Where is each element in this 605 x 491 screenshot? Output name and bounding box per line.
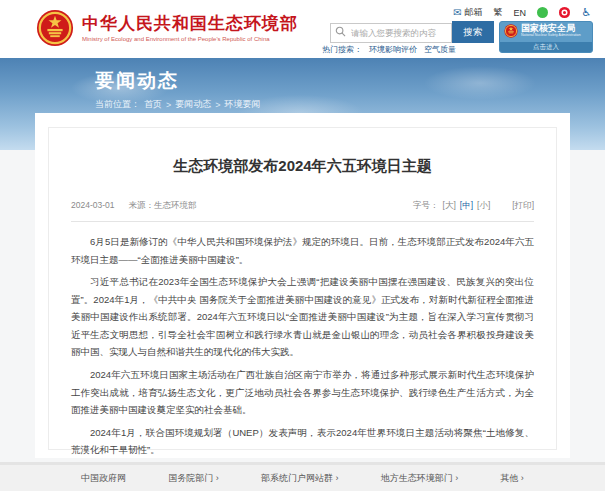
nnsa-emblem-icon (504, 24, 518, 38)
article-inner-box: 生态环境部发布2024年六五环境日主题 2024-03-01 来源：生态环境部 … (48, 127, 557, 450)
ministry-logo[interactable]: 中华人民共和国生态环境部 Ministry of Ecology and Env… (36, 9, 298, 47)
article-body: 6月5日是新修订的《中华人民共和国环境保护法》规定的环境日。日前，生态环境部正式… (71, 233, 534, 459)
nnsa-badge[interactable]: 国家核安全局 National Nuclear Safety Administr… (499, 21, 593, 53)
article-paragraph: 2024年六五环境日国家主场活动在广西壮族自治区南宁市举办，将通过多种形式展示新… (71, 366, 534, 419)
fontsize-label: 字号： (413, 200, 439, 212)
article-card: 生态环境部发布2024年六五环境日主题 2024-03-01 来源：生态环境部 … (35, 113, 570, 458)
article-source: 来源：生态环境部 (128, 200, 196, 212)
article-meta-left: 2024-03-01 来源：生态环境部 (71, 200, 196, 212)
breadcrumb-news[interactable]: 要闻动态 (175, 98, 211, 111)
national-emblem-icon (36, 9, 74, 47)
search-icon (335, 26, 346, 37)
search-row: 搜索 (330, 21, 494, 43)
utility-bar: ✉ 邮箱 繁 EN ♿ (453, 6, 591, 19)
page-title: 要闻动态 (95, 68, 179, 94)
article-title: 生态环境部发布2024年六五环境日主题 (49, 157, 556, 176)
breadcrumb-current[interactable]: 环境要闻 (225, 98, 261, 111)
hot-search-row: 热门搜索： 环境影响评价 空气质量 (322, 44, 456, 55)
fontsize-small-button[interactable]: [小] (477, 200, 490, 212)
breadcrumb-label: 当前位置： (95, 98, 140, 111)
fontsize-medium-button[interactable]: [中] (460, 200, 473, 212)
ministry-name: 中华人民共和国生态环境部 (82, 14, 298, 34)
article-meta-right: 字号： [大] [中] [小] [打印] (413, 200, 534, 212)
nnsa-top: 国家核安全局 National Nuclear Safety Administr… (500, 22, 592, 38)
search-input[interactable] (330, 23, 452, 43)
mail-label: 邮箱 (465, 6, 483, 19)
site-footer: 中国政府网 国务院部门 › 部系统门户网站群 › 地方生态环境部门 › 其他 › (0, 462, 605, 491)
article-paragraph: 2024年1月，联合国环境规划署（UNEP）发表声明，表示2024年世界环境日主… (71, 424, 534, 459)
footer-link-local-departments[interactable]: 地方生态环境部门 › (381, 472, 459, 485)
footer-link-state-council[interactable]: 国务院部门 › (168, 472, 219, 485)
fontsize-large-button[interactable]: [大] (443, 200, 456, 212)
nnsa-enter-link[interactable]: 点击进入 (500, 42, 592, 52)
lang-traditional[interactable]: 繁 (494, 6, 503, 19)
mail-icon: ✉ (453, 7, 461, 18)
mail-link[interactable]: ✉ 邮箱 (453, 6, 482, 19)
breadcrumb: 当前位置： 首页 > 要闻动态 > 环境要闻 (95, 98, 261, 111)
footer-link-others[interactable]: 其他 › (500, 472, 524, 485)
article-meta-row: 2024-03-01 来源：生态环境部 字号： [大] [中] [小] [打印] (71, 200, 534, 222)
nnsa-titles: 国家核安全局 National Nuclear Safety Administr… (521, 24, 581, 38)
ministry-name-en: Ministry of Ecology and Environment of t… (82, 36, 298, 42)
breadcrumb-home[interactable]: 首页 (144, 98, 162, 111)
hot-search-link-eia[interactable]: 环境影响评价 (369, 44, 417, 55)
footer-link-portal-sites[interactable]: 部系统门户网站群 › (261, 472, 339, 485)
article-paragraph: 习近平总书记在2023年全国生态环境保护大会上强调“把建设美丽中国摆在强国建设、… (71, 273, 534, 361)
logo-text: 中华人民共和国生态环境部 Ministry of Ecology and Env… (82, 14, 298, 42)
footer-link-govcn[interactable]: 中国政府网 (81, 472, 126, 485)
nnsa-subtitle: National Nuclear Safety Administration (521, 34, 581, 38)
article-date: 2024-03-01 (71, 200, 114, 212)
site-header: 中华人民共和国生态环境部 Ministry of Ecology and Env… (0, 0, 605, 58)
accessibility-icon[interactable]: ♿ (581, 7, 591, 18)
print-button[interactable]: [打印] (512, 200, 534, 212)
lang-english[interactable]: EN (514, 8, 527, 18)
breadcrumb-separator: > (166, 100, 171, 110)
wechat-icon[interactable] (537, 7, 548, 18)
breadcrumb-separator: > (215, 100, 220, 110)
hot-search-label: 热门搜索： (322, 44, 362, 55)
search-box (330, 22, 452, 43)
nnsa-title: 国家核安全局 (521, 24, 581, 33)
article-paragraph: 6月5日是新修订的《中华人民共和国环境保护法》规定的环境日。日前，生态环境部正式… (71, 233, 534, 268)
weibo-icon[interactable] (559, 7, 570, 18)
hot-search-link-air[interactable]: 空气质量 (424, 44, 456, 55)
search-button[interactable]: 搜索 (452, 21, 494, 43)
